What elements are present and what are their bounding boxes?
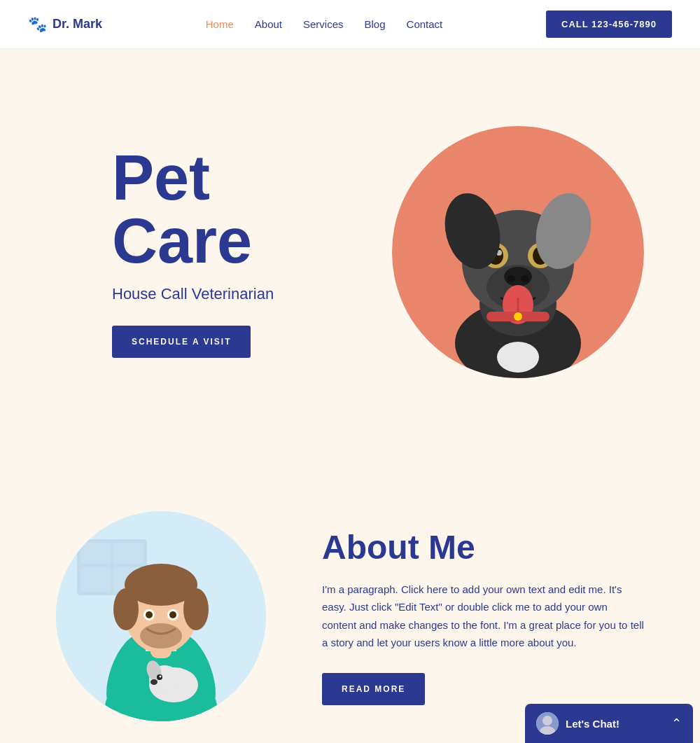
vet-illustration [56,511,266,721]
nav-blog[interactable]: Blog [365,18,386,30]
hero-title: Pet Care [112,146,274,272]
svg-rect-26 [113,543,144,564]
logo-text: Dr. Mark [52,17,102,32]
chat-label: Let's Chat! [566,718,620,730]
svg-rect-25 [80,543,111,564]
read-more-button[interactable]: READ MORE [322,673,425,705]
nav-about[interactable]: About [255,18,282,30]
svg-point-42 [140,623,182,648]
dog-circle [392,126,644,378]
logo[interactable]: 🐾 Dr. Mark [28,15,102,34]
about-image-wrap [56,511,266,721]
about-title: About Me [322,528,644,567]
about-section: About Me I'm a paragraph. Click here to … [0,455,700,743]
svg-point-41 [169,611,176,618]
svg-rect-27 [80,567,111,592]
svg-point-6 [521,275,529,282]
header: 🐾 Dr. Mark Home About Services Blog Cont… [0,0,700,49]
main-nav: Home About Services Blog Contact [206,18,442,30]
about-paragraph: I'm a paragraph. Click here to add your … [322,581,644,652]
call-button[interactable]: CALL 123-456-7890 [546,11,672,38]
svg-point-48 [150,679,158,685]
hero-image [392,126,644,378]
chat-avatar [536,712,559,735]
nav-home[interactable]: Home [206,18,234,30]
svg-point-17 [497,342,539,373]
vet-circle [56,511,266,721]
svg-point-5 [507,275,515,282]
chat-left: Let's Chat! [536,712,620,735]
svg-point-37 [183,588,209,630]
paw-icon: 🐾 [28,15,47,34]
chat-widget[interactable]: Let's Chat! ⌃ [525,704,693,743]
chevron-up-icon: ⌃ [671,716,682,731]
svg-point-19 [514,312,522,321]
nav-contact[interactable]: Contact [407,18,443,30]
hero-text: Pet Care House Call Veterinarian SCHEDUL… [112,146,274,358]
svg-point-39 [146,611,153,618]
about-text: About Me I'm a paragraph. Click here to … [322,528,644,705]
schedule-button[interactable]: SCHEDULE A VISIT [112,326,251,358]
svg-point-21 [542,716,552,725]
svg-point-36 [113,588,139,630]
hero-subtitle: House Call Veterinarian [112,285,274,303]
hero-section: Pet Care House Call Veterinarian SCHEDUL… [0,49,700,455]
svg-point-47 [160,676,162,678]
dog-illustration [392,126,644,378]
nav-services[interactable]: Services [303,18,344,30]
